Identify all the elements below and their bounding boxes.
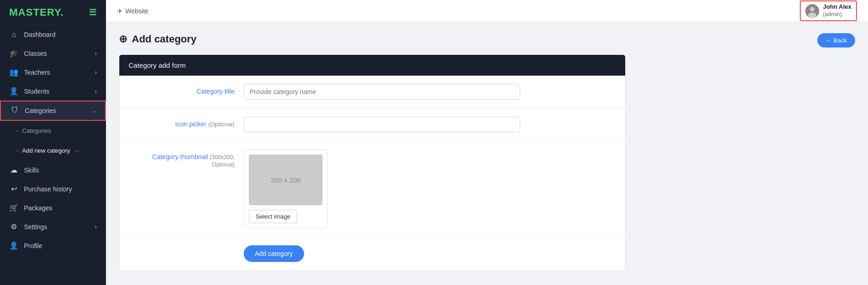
form-row-thumbnail: Category thumbnail (300x200, Optional) 3… <box>119 141 625 237</box>
sidebar-item-categories[interactable]: ⛉ Categories ⌵ <box>0 101 106 121</box>
sidebar-item-label: Settings <box>24 223 47 231</box>
sidebar-subitem-label: Categories <box>22 127 51 134</box>
sidebar-subitem-categories[interactable]: Categories <box>0 121 106 141</box>
svg-point-2 <box>808 12 816 18</box>
categories-icon: ⛉ <box>10 107 19 115</box>
form-body: Category title Icon picker (Optional) <box>119 76 625 270</box>
form-row-category-title: Category title <box>119 76 625 108</box>
send-icon: ✈ <box>117 7 123 15</box>
thumbnail-preview: 350 x 200 <box>249 154 323 205</box>
chevron-right-icon: › <box>95 50 97 57</box>
arrow-left-icon: ← <box>74 147 81 155</box>
chevron-right-icon: › <box>95 224 97 230</box>
add-category-button[interactable]: Add category <box>244 245 304 262</box>
sidebar-item-label: Profile <box>24 242 42 249</box>
icon-picker-input[interactable] <box>244 117 520 132</box>
teachers-icon: 👥 <box>9 68 18 77</box>
category-title-label: Category title <box>133 84 235 95</box>
sidebar-item-skills[interactable]: ☁ Skills <box>0 160 106 179</box>
sidebar-item-classes[interactable]: 🎓 Classes › <box>0 44 106 63</box>
sidebar-item-label: Purchase history <box>24 185 72 193</box>
hamburger-icon[interactable]: ☰ <box>89 7 97 18</box>
topbar-left: ✈ Website <box>117 7 148 15</box>
sidebar-item-label: Students <box>24 88 49 95</box>
add-category-icon: ⊕ <box>119 33 127 45</box>
settings-icon: ⚙ <box>9 222 18 231</box>
user-profile-button[interactable]: John Alex (admin) <box>800 0 857 21</box>
packages-icon: 🛒 <box>9 203 18 212</box>
classes-icon: 🎓 <box>9 49 18 58</box>
sidebar-item-purchase-history[interactable]: ↩ Purchase history <box>0 179 106 198</box>
form-row-icon-picker: Icon picker (Optional) <box>119 108 625 141</box>
sidebar-item-label: Packages <box>24 204 52 212</box>
thumbnail-wrapper: 350 x 200 Select image <box>244 149 328 228</box>
back-button[interactable]: ← Back <box>817 33 855 48</box>
svg-point-1 <box>810 7 815 12</box>
sidebar-item-students[interactable]: 👤 Students › <box>0 82 106 101</box>
brand-name: MASTERY. <box>9 6 64 18</box>
sidebar-item-label: Dashboard <box>24 31 56 38</box>
content-area: ⊕ Add category ← Back Category add form … <box>106 22 868 285</box>
sidebar-item-packages[interactable]: 🛒 Packages <box>0 198 106 217</box>
sidebar-item-label: Classes <box>24 50 47 57</box>
sidebar-item-dashboard[interactable]: ⌂ Dashboard <box>0 25 106 44</box>
sidebar-item-profile[interactable]: 👤 Profile <box>0 236 106 255</box>
topbar: ✈ Website John Alex (admin) <box>106 0 868 22</box>
select-image-button[interactable]: Select image <box>249 210 297 223</box>
chevron-right-icon: › <box>95 88 97 95</box>
sidebar-item-teachers[interactable]: 👥 Teachers › <box>0 63 106 82</box>
sidebar-nav: ⌂ Dashboard 🎓 Classes › 👥 Teachers › 👤 S… <box>0 25 106 285</box>
icon-picker-label: Icon picker (Optional) <box>133 117 235 128</box>
main-content: ✈ Website John Alex (admin) ⊕ Add catego… <box>106 0 868 285</box>
thumbnail-label: Category thumbnail (300x200, Optional) <box>133 149 235 168</box>
profile-icon: 👤 <box>9 241 18 250</box>
brand-dot: . <box>60 6 64 18</box>
sidebar-item-settings[interactable]: ⚙ Settings › <box>0 217 106 236</box>
user-name: John Alex <box>823 3 851 11</box>
user-info: John Alex (admin) <box>823 3 851 18</box>
chevron-right-icon: › <box>95 69 97 76</box>
sidebar-subitem-add-new-category[interactable]: Add new category ← <box>0 141 106 160</box>
thumbnail-optional: (300x200, Optional) <box>210 154 235 168</box>
skills-icon: ☁ <box>9 166 18 174</box>
form-card-header: Category add form <box>119 55 625 76</box>
sidebar-subitem-label: Add new category <box>22 147 70 154</box>
brand-logo: MASTERY. ☰ <box>0 0 106 25</box>
students-icon: 👤 <box>9 87 18 95</box>
dashboard-icon: ⌂ <box>9 30 18 39</box>
page-title: ⊕ Add category <box>119 33 855 45</box>
submit-control: Add category <box>244 243 520 262</box>
website-link[interactable]: Website <box>125 7 148 15</box>
submit-label-spacer <box>133 243 235 247</box>
page-title-text: Add category <box>132 33 197 45</box>
category-title-control <box>244 84 520 100</box>
user-role: (admin) <box>823 11 851 18</box>
category-title-input[interactable] <box>244 84 520 100</box>
sidebar-item-label: Categories <box>25 107 56 114</box>
icon-picker-optional: (Optional) <box>208 121 235 128</box>
avatar <box>805 4 819 18</box>
sidebar-item-label: Skills <box>24 166 39 174</box>
chevron-down-icon: ⌵ <box>93 107 96 114</box>
sidebar-item-label: Teachers <box>24 69 50 76</box>
icon-picker-control <box>244 117 520 132</box>
thumbnail-control: 350 x 200 Select image <box>244 149 520 228</box>
purchase-history-icon: ↩ <box>9 184 18 193</box>
form-card: Category add form Category title Icon pi… <box>119 54 626 271</box>
form-row-submit: Add category <box>119 237 625 270</box>
sidebar: MASTERY. ☰ ⌂ Dashboard 🎓 Classes › 👥 Tea… <box>0 0 106 285</box>
